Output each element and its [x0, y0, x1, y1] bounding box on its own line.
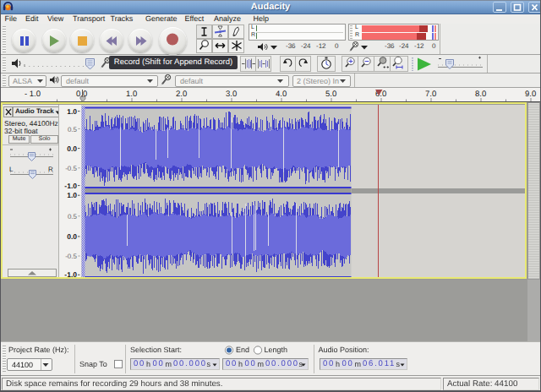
svg-text:-1.0: -1.0: [64, 270, 77, 278]
svg-text:-0.5: -0.5: [65, 253, 77, 260]
svg-text:0.0: 0.0: [67, 232, 77, 241]
svg-text:-0.5: -0.5: [65, 165, 77, 172]
svg-text:0.0: 0.0: [67, 144, 77, 153]
svg-text:1.0: 1.0: [67, 191, 77, 199]
svg-text:-1.0: -1.0: [64, 182, 77, 190]
svg-text:L: L: [9, 166, 14, 173]
svg-text:1.0: 1.0: [67, 107, 77, 116]
svg-text:0.5: 0.5: [68, 213, 78, 220]
svg-text:0.5: 0.5: [68, 126, 78, 133]
